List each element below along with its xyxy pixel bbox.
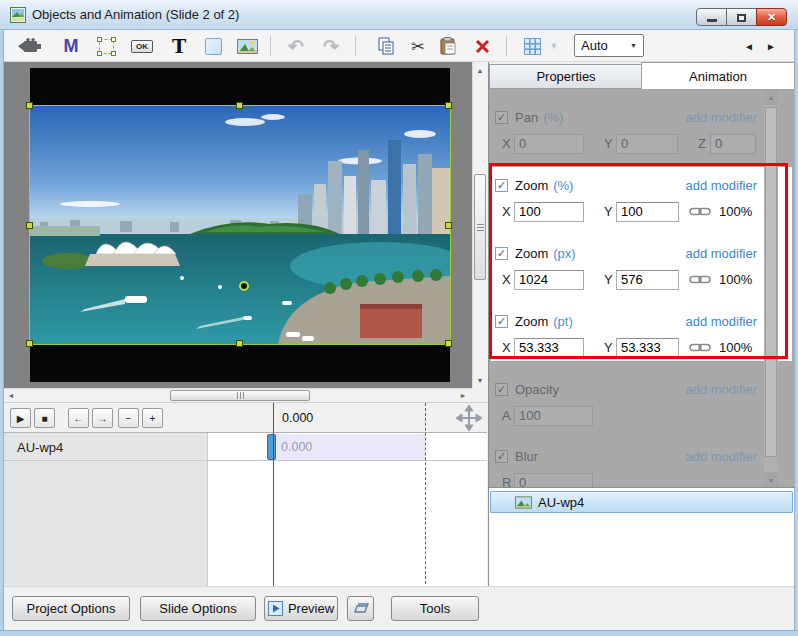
zoom-mode-dropdown[interactable]: Auto ▼ <box>574 34 644 57</box>
prev-keyframe-button[interactable]: ← <box>68 408 89 428</box>
panel-scroll-up-button[interactable]: ▲ <box>764 89 778 105</box>
horizontal-scroll-thumb[interactable] <box>170 390 310 401</box>
blur-checkbox[interactable]: ✓ <box>495 450 508 463</box>
next-keyframe-button[interactable]: → <box>92 408 113 428</box>
selection-handle-top-center[interactable] <box>236 102 243 109</box>
redo-icon: ↷ <box>323 35 339 58</box>
stop-icon: ■ <box>41 413 47 424</box>
nav-right-icon: ► <box>766 41 776 52</box>
blur-label: Blur <box>515 449 538 464</box>
selection-handle-top-right[interactable] <box>445 102 452 109</box>
scroll-right-button[interactable]: ► <box>457 389 469 402</box>
pan-checkbox[interactable]: ✓ <box>495 111 508 124</box>
title-bar[interactable]: Objects and Animation (Slide 2 of 2) ✕ <box>0 0 798 30</box>
scroll-up-button[interactable]: ▲ <box>473 64 487 76</box>
object-list-item-selected[interactable]: AU-wp4 <box>490 491 793 513</box>
arrow-right-icon: → <box>98 413 108 424</box>
video-camera-icon <box>18 38 42 55</box>
paste-button[interactable] <box>436 34 460 58</box>
scroll-up-icon: ▲ <box>768 94 775 101</box>
scroll-left-icon: ◄ <box>8 392 15 399</box>
pan-section: ✓ Pan (%) add modifier X Y Z <box>489 109 795 154</box>
slide-options-button[interactable]: Slide Options <box>140 596 256 621</box>
timeline-ruler[interactable]: ▶ ■ ← → − + 0.000 <box>4 403 487 433</box>
cut-button[interactable]: ✂ <box>406 34 430 58</box>
button-tool-button[interactable]: OK <box>128 34 156 58</box>
minimize-button[interactable] <box>696 8 727 26</box>
stop-button[interactable]: ■ <box>34 408 55 428</box>
maximize-button[interactable] <box>726 8 757 26</box>
playhead-time: 0.000 <box>282 411 313 425</box>
grid-button[interactable] <box>521 34 543 58</box>
pan-add-modifier-link[interactable]: add modifier <box>685 110 757 125</box>
blur-add-modifier-link[interactable]: add modifier <box>685 449 757 464</box>
editor-canvas[interactable] <box>4 62 472 388</box>
add-image-button[interactable] <box>234 34 260 58</box>
object-name: AU-wp4 <box>538 495 584 510</box>
pan-label: Pan <box>515 110 538 125</box>
selection-handle-bottom-left[interactable] <box>26 340 33 347</box>
keyframe-time-label: 0.000 <box>281 440 312 454</box>
pan-z-input[interactable] <box>710 134 756 154</box>
thumb-grip <box>477 227 484 228</box>
grid-dropdown-button[interactable]: ▼ <box>546 34 562 58</box>
selection-frame-icon <box>97 37 116 56</box>
canvas-horizontal-scrollbar[interactable]: ◄ ► <box>4 388 471 402</box>
add-keyframe-button[interactable]: + <box>142 408 163 428</box>
slide-end-dashed-line <box>425 403 426 584</box>
rectangle-tool-button[interactable] <box>201 34 225 58</box>
preview-button[interactable]: Preview <box>264 596 338 621</box>
camera-tool-button[interactable] <box>16 34 44 58</box>
canvas-vertical-scrollbar[interactable]: ▲ ▼ <box>472 62 487 388</box>
clipboard-icon <box>440 37 456 55</box>
redo-button[interactable]: ↷ <box>319 34 343 58</box>
play-button[interactable]: ▶ <box>10 408 31 428</box>
keyframe-marker[interactable] <box>267 434 276 460</box>
tools-button[interactable]: Tools <box>391 596 479 621</box>
frame-tool-button[interactable] <box>94 34 118 58</box>
undo-button[interactable]: ↶ <box>284 34 308 58</box>
remove-keyframe-button[interactable]: − <box>118 408 139 428</box>
selection-center-marker[interactable] <box>239 281 249 291</box>
canvas-photo[interactable] <box>30 106 450 344</box>
delete-button[interactable] <box>470 34 494 58</box>
scroll-left-button[interactable]: ◄ <box>5 389 17 402</box>
tab-animation[interactable]: Animation <box>641 62 795 89</box>
toolbar-separator <box>270 36 271 56</box>
previous-slide-button[interactable]: ◄ <box>740 34 758 58</box>
opacity-a-input[interactable] <box>514 406 593 426</box>
project-options-button[interactable]: Project Options <box>12 596 130 621</box>
close-button[interactable]: ✕ <box>756 8 787 26</box>
slide-stack-button[interactable] <box>347 596 374 621</box>
opacity-checkbox[interactable]: ✓ <box>495 383 508 396</box>
text-tool-button[interactable]: T <box>167 34 191 58</box>
minimize-icon <box>707 19 717 22</box>
slide-options-label: Slide Options <box>159 601 236 616</box>
pan-x-input[interactable] <box>514 134 584 154</box>
opacity-add-modifier-link[interactable]: add modifier <box>685 382 757 397</box>
check-icon: ✓ <box>497 384 506 395</box>
mask-tool-button[interactable]: M <box>59 34 83 58</box>
scroll-up-icon: ▲ <box>477 67 484 74</box>
selection-handle-bottom-right[interactable] <box>445 340 452 347</box>
selection-handle-top-left[interactable] <box>26 102 33 109</box>
selection-handle-mid-right[interactable] <box>445 222 452 229</box>
scroll-down-button[interactable]: ▼ <box>473 374 487 386</box>
copy-button[interactable] <box>374 34 398 58</box>
playhead-line[interactable] <box>273 403 274 586</box>
text-t-icon: T <box>172 35 186 57</box>
blur-r-input[interactable] <box>514 473 593 488</box>
close-icon: ✕ <box>767 11 776 24</box>
chevron-down-icon: ▼ <box>550 41 559 51</box>
tab-properties[interactable]: Properties <box>489 64 642 89</box>
vertical-scroll-thumb[interactable] <box>474 174 486 280</box>
rectangle-icon <box>205 38 222 55</box>
check-icon: ✓ <box>497 112 506 123</box>
pan-y-input[interactable] <box>616 134 678 154</box>
chevron-down-icon: ▼ <box>630 42 637 49</box>
selection-handle-bottom-center[interactable] <box>236 340 243 347</box>
row-separator <box>4 460 487 461</box>
next-slide-button[interactable]: ► <box>762 34 780 58</box>
selection-handle-mid-left[interactable] <box>26 222 33 229</box>
timeline-row-label[interactable]: AU-wp4 <box>17 440 63 455</box>
